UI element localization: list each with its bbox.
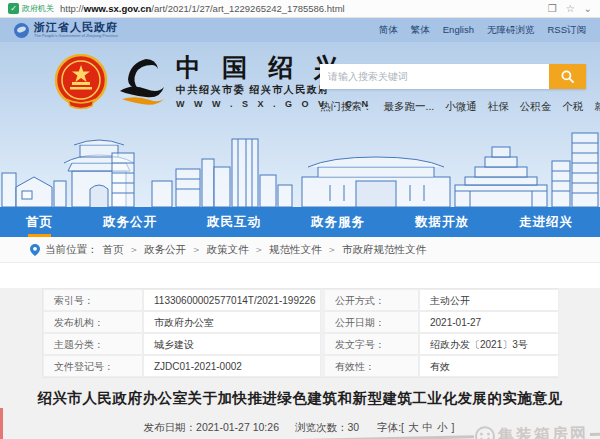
bookmark-star-icon[interactable]: ☆ bbox=[566, 3, 575, 14]
site-header: 中 国 绍 兴 中共绍兴市委 绍兴市人民政府 W W W . S X . G O… bbox=[0, 42, 600, 207]
meta-label-validity: 有效性： bbox=[321, 355, 419, 377]
font-size-small[interactable]: 小 bbox=[437, 421, 448, 433]
article-meta-row: 发布日期：2021-01-27 10:26 浏览次数：30 字体:[大中小] bbox=[0, 421, 600, 435]
font-size-switcher: 字体:[大中小] bbox=[375, 421, 456, 435]
crumb-home[interactable]: 首页 bbox=[103, 243, 124, 257]
crumb-gov-disclosure[interactable]: 政务公开 bbox=[144, 243, 186, 257]
nav-open-data[interactable]: 数据开放 bbox=[415, 207, 469, 237]
chevron-down-icon[interactable]: ⌄ bbox=[584, 3, 592, 14]
nav-about-shaoxing[interactable]: 走进绍兴 bbox=[519, 207, 573, 237]
meta-value-registration: ZJDC01-2021-0002 bbox=[143, 355, 321, 377]
province-topbar: 浙江省人民政府 The People's Government of Zheji… bbox=[0, 18, 600, 42]
main-nav: 首页 政务公开 政民互动 政务服务 数据开放 走进绍兴 bbox=[0, 207, 600, 237]
meta-label-topic: 主题分类： bbox=[43, 333, 143, 355]
link-accessibility[interactable]: 无障碍浏览 bbox=[487, 24, 535, 37]
hot-search-row: 热门搜索： 最多跑一... 小微通 社保 公积金 个税 就业 bbox=[320, 100, 586, 114]
province-site-subtitle: The People's Government of Zhejiang Prov… bbox=[34, 34, 118, 38]
link-simplified[interactable]: 简体 bbox=[379, 24, 398, 37]
document-meta-table: 索引号： 11330600002577014T/2021-199226 公开方式… bbox=[42, 288, 558, 378]
url-field[interactable]: http://www.sx.gov.cn/art/2021/1/27/art_1… bbox=[60, 3, 345, 14]
article-area: 索引号： 11330600002577014T/2021-199226 公开方式… bbox=[0, 288, 600, 439]
url-path: /art/2021/1/27/art_1229265242_1785586.ht… bbox=[151, 3, 344, 14]
search-icon bbox=[561, 70, 574, 83]
hot-search-label: 热门搜索： bbox=[320, 100, 373, 114]
hot-link-shebao[interactable]: 社保 bbox=[488, 100, 509, 114]
font-size-large[interactable]: 大 bbox=[408, 421, 419, 433]
link-english[interactable]: English bbox=[443, 24, 474, 37]
meta-value-doc-number: 绍政办发〔2021〕3号 bbox=[419, 333, 559, 355]
meta-label-index: 索引号： bbox=[43, 289, 143, 311]
meta-label-issuer: 发布机构： bbox=[43, 311, 143, 333]
browser-address-bar: ✓ 政府机关 http://www.sx.gov.cn/art/2021/1/2… bbox=[0, 0, 600, 18]
nav-gov-disclosure[interactable]: 政务公开 bbox=[103, 207, 157, 237]
font-size-medium[interactable]: 中 bbox=[423, 421, 434, 433]
nav-home[interactable]: 首页 bbox=[26, 207, 53, 237]
meta-value-topic: 城乡建设 bbox=[143, 333, 321, 355]
hot-link-geshui[interactable]: 个税 bbox=[562, 100, 583, 114]
gov-badge-label: 政府机关 bbox=[22, 3, 54, 14]
font-size-label: 字体:[ bbox=[377, 421, 404, 433]
gov-badge-icon: ✓ bbox=[8, 3, 19, 14]
language-links: 简体 繁体 English 无障碍浏览 RSS订阅 bbox=[379, 24, 586, 37]
province-site-name[interactable]: 浙江省人民政府 bbox=[34, 22, 118, 33]
shaoxing-boat-logo-icon bbox=[116, 57, 168, 107]
breadcrumb: 当前位置： 首页 ＞ 政务公开 ＞ 政策文件 ＞ 规范性文件 ＞ 市政府规范性文… bbox=[0, 237, 600, 263]
view-count: 浏览次数：30 bbox=[295, 421, 359, 435]
hot-link-gongjijin[interactable]: 公积金 bbox=[520, 100, 552, 114]
left-edge-artifact bbox=[0, 408, 3, 439]
font-size-label-end: ] bbox=[452, 421, 455, 433]
crumb-normative-files[interactable]: 规范性文件 bbox=[269, 243, 322, 257]
link-traditional[interactable]: 繁体 bbox=[411, 24, 430, 37]
meta-value-index: 11330600002577014T/2021-199226 bbox=[143, 289, 321, 311]
url-domain: www.sx.gov.cn bbox=[84, 3, 152, 14]
meta-label-registration: 文件登记号： bbox=[43, 355, 143, 377]
article-title: 绍兴市人民政府办公室关于加快推进绿色建筑和新型建筑工业化发展的实施意见 bbox=[0, 389, 600, 408]
hot-link-zuiduopao[interactable]: 最多跑一... bbox=[384, 100, 435, 114]
site-search bbox=[320, 64, 586, 89]
breadcrumb-label: 当前位置： bbox=[45, 243, 98, 257]
nav-interaction[interactable]: 政民互动 bbox=[207, 207, 261, 237]
search-button[interactable] bbox=[549, 64, 586, 89]
page: ✓ 政府机关 http://www.sx.gov.cn/art/2021/1/2… bbox=[0, 0, 600, 439]
search-input[interactable] bbox=[320, 64, 549, 89]
hot-link-jiuye[interactable]: 就业 bbox=[594, 100, 600, 114]
nav-services[interactable]: 政务服务 bbox=[311, 207, 365, 237]
city-skyline-illustration bbox=[0, 125, 600, 207]
meta-label-open-date: 公开日期： bbox=[321, 311, 419, 333]
meta-value-issuer: 市政府办公室 bbox=[143, 311, 321, 333]
gov-site-badge: ✓ 政府机关 bbox=[8, 3, 54, 14]
publish-date: 发布日期：2021-01-27 10:26 bbox=[144, 421, 279, 435]
national-emblem-icon bbox=[54, 54, 108, 112]
meta-value-open-type: 主动公开 bbox=[419, 289, 559, 311]
crumb-city-gov-normative[interactable]: 市政府规范性文件 bbox=[342, 243, 426, 257]
meta-label-open-type: 公开方式： bbox=[321, 289, 419, 311]
hot-link-xiaoweitong[interactable]: 小微通 bbox=[445, 100, 477, 114]
share-page-icon[interactable]: ❐ bbox=[548, 3, 557, 14]
zhejiang-gov-logo-icon bbox=[14, 23, 29, 38]
meta-label-doc-number: 发文字号： bbox=[321, 333, 419, 355]
url-prefix: http:// bbox=[60, 3, 84, 14]
meta-value-open-date: 2021-01-27 bbox=[419, 311, 559, 333]
meta-value-validity: 有效 bbox=[419, 355, 559, 377]
location-pin-icon bbox=[30, 244, 40, 256]
link-rss[interactable]: RSS订阅 bbox=[547, 24, 586, 37]
crumb-policy-files[interactable]: 政策文件 bbox=[207, 243, 249, 257]
